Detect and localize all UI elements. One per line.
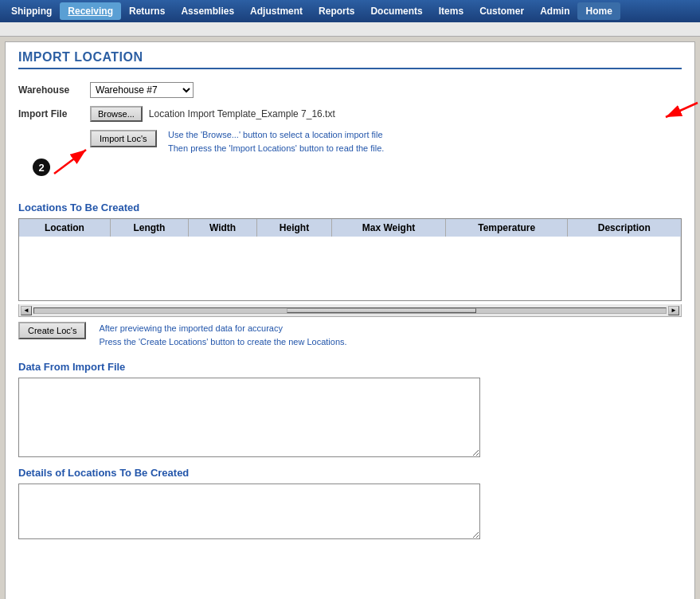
nav-customer[interactable]: Customer: [471, 2, 532, 20]
nav-items[interactable]: Items: [431, 2, 471, 20]
data-from-import-title: Data From Import File: [18, 361, 682, 373]
horizontal-scrollbar[interactable]: ◄ ►: [18, 304, 682, 317]
scroll-thumb[interactable]: [287, 308, 476, 313]
arrow-2-svg: [46, 138, 102, 178]
locations-section-title: Locations To Be Created: [18, 202, 682, 213]
warehouse-row: Warehouse Warehouse #1 Warehouse #2 Ware…: [18, 82, 682, 98]
locations-table: Location Length Width Height Max Weight …: [19, 219, 681, 300]
badge-2: 2: [33, 159, 50, 176]
import-file-row: Import File Browse... Location Import Te…: [18, 106, 682, 122]
nav-assemblies[interactable]: Assemblies: [173, 2, 242, 20]
nav-returns[interactable]: Returns: [121, 2, 173, 20]
file-name-display: Location Import Template_Example 7_16.tx…: [149, 108, 335, 119]
details-textarea[interactable]: [18, 484, 480, 539]
nav-receiving[interactable]: Receiving: [60, 2, 121, 20]
col-width: Width: [188, 219, 256, 237]
svg-line-3: [54, 150, 86, 174]
arrow-1-svg: [642, 95, 700, 127]
scroll-left-button[interactable]: ◄: [21, 306, 32, 315]
scroll-track[interactable]: [33, 307, 667, 314]
nav-adjustment[interactable]: Adjustment: [242, 2, 311, 20]
warehouse-label: Warehouse: [18, 84, 90, 96]
col-length: Length: [110, 219, 188, 237]
warehouse-dropdown[interactable]: Warehouse #1 Warehouse #2 Warehouse #3 W…: [90, 82, 194, 98]
col-temperature: Temperature: [446, 219, 568, 237]
nav-admin[interactable]: Admin: [532, 2, 577, 20]
table-header-row: Location Length Width Height Max Weight …: [19, 219, 681, 237]
navbar: Shipping Receiving Returns Assemblies Ad…: [0, 0, 700, 22]
scroll-right-button[interactable]: ►: [668, 306, 679, 315]
col-max-weight: Max Weight: [331, 219, 446, 237]
import-file-label: Import File: [18, 108, 90, 119]
bottom-controls: Create Loc's After previewing the import…: [18, 322, 682, 348]
col-height: Height: [257, 219, 331, 237]
instruction-line1: Use the 'Browse...' button to select a l…: [168, 128, 407, 142]
import-instructions: Use the 'Browse...' button to select a l…: [168, 128, 407, 155]
locations-table-container: Location Length Width Height Max Weight …: [18, 218, 682, 301]
after-preview-line2: Press the 'Create Locations' button to c…: [99, 335, 346, 349]
nav-reports[interactable]: Reports: [311, 2, 362, 20]
page-title: Import Location: [18, 50, 682, 69]
nav-shipping[interactable]: Shipping: [3, 2, 60, 20]
browse-button[interactable]: Browse...: [90, 106, 143, 122]
warehouse-select-wrapper: Warehouse #1 Warehouse #2 Warehouse #3 W…: [90, 82, 194, 98]
secondary-bar: [0, 22, 700, 37]
instruction-line2: Then press the 'Import Locations' button…: [168, 142, 407, 155]
details-section-title: Details of Locations To Be Created: [18, 467, 682, 479]
after-preview-line1: After previewing the imported data for a…: [99, 322, 346, 335]
data-from-import-textarea[interactable]: [18, 378, 480, 457]
nav-documents[interactable]: Documents: [362, 2, 430, 20]
after-preview-instructions: After previewing the imported data for a…: [99, 322, 346, 348]
col-location: Location: [19, 219, 110, 237]
table-body: [19, 237, 681, 300]
table-row: [19, 237, 681, 300]
main-content: Import Location Warehouse Warehouse #1 W…: [5, 41, 695, 599]
col-description: Description: [568, 219, 681, 237]
svg-line-1: [666, 103, 698, 117]
nav-home[interactable]: Home: [577, 2, 620, 20]
create-locs-button[interactable]: Create Loc's: [18, 322, 86, 339]
